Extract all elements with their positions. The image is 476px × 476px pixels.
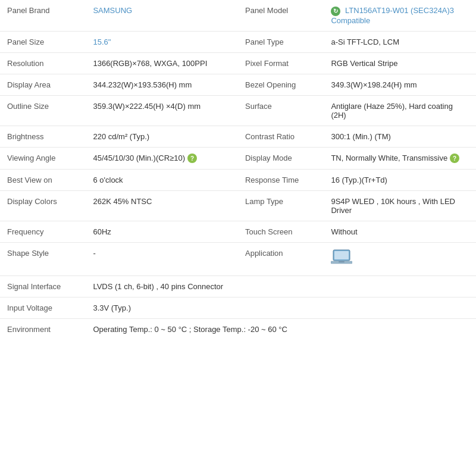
left-value-text: SAMSUNG bbox=[93, 6, 132, 15]
right-label: Panel Type bbox=[238, 31, 324, 52]
table-row: Shape Style-Application bbox=[0, 243, 476, 276]
table-row: Best View on6 o'clockResponse Time16 (Ty… bbox=[0, 170, 476, 191]
left-value: 45/45/10/30 (Min.)(CR≥10)? bbox=[86, 147, 238, 170]
table-row: Frequency60HzTouch ScreenWithout bbox=[0, 221, 476, 243]
left-value: 220 cd/m² (Typ.) bbox=[86, 126, 238, 147]
table-row: Resolution1366(RGB)×768, WXGA, 100PPIPix… bbox=[0, 52, 476, 74]
right-label: Pixel Format bbox=[238, 52, 324, 74]
left-value: 15.6" bbox=[86, 31, 238, 52]
right-value-text: 9S4P WLED , 10K hours , With LED Driver bbox=[331, 197, 455, 215]
right-value: 349.3(W)×198.24(H) mm bbox=[324, 74, 476, 95]
full-row-value: Operating Temp.: 0 ~ 50 °C ; Storage Tem… bbox=[86, 319, 476, 340]
left-label: Panel Size bbox=[0, 31, 86, 52]
right-value-text: Without bbox=[331, 227, 357, 236]
right-value-text: 16 (Typ.)(Tr+Td) bbox=[331, 176, 387, 184]
table-row: Panel Size15.6"Panel Typea-Si TFT-LCD, L… bbox=[0, 31, 476, 52]
left-value-text: 220 cd/m² (Typ.) bbox=[93, 132, 149, 141]
left-label: Brightness bbox=[0, 126, 86, 147]
left-value-text: 262K 45% NTSC bbox=[93, 197, 152, 206]
full-row-label: Input Voltage bbox=[0, 298, 86, 319]
left-value: 359.3(W)×222.45(H) ×4(D) mm bbox=[86, 95, 238, 126]
full-row-value: 3.3V (Typ.) bbox=[86, 298, 476, 319]
left-value-text: - bbox=[93, 249, 95, 258]
right-value-text: 300:1 (Min.) (TM) bbox=[331, 132, 390, 141]
help-icon[interactable]: ? bbox=[450, 154, 459, 163]
right-value: a-Si TFT-LCD, LCM bbox=[324, 31, 476, 52]
left-label: Best View on bbox=[0, 170, 86, 191]
full-table-row: Signal InterfaceLVDS (1 ch, 6-bit) , 40 … bbox=[0, 276, 476, 298]
table-row: Display Colors262K 45% NTSCLamp Type9S4P… bbox=[0, 191, 476, 221]
left-value: SAMSUNG bbox=[86, 0, 238, 31]
right-value-text: 349.3(W)×198.24(H) mm bbox=[331, 80, 416, 89]
left-value-text: 1366(RGB)×768, WXGA, 100PPI bbox=[93, 59, 207, 68]
right-label: Contrast Ratio bbox=[238, 126, 324, 147]
table-row: Viewing Angle45/45/10/30 (Min.)(CR≥10)?D… bbox=[0, 147, 476, 170]
right-value: 16 (Typ.)(Tr+Td) bbox=[324, 170, 476, 191]
right-value: Without bbox=[324, 221, 476, 243]
left-value: 6 o'clock bbox=[86, 170, 238, 191]
right-value: RGB Vertical Stripe bbox=[324, 52, 476, 74]
left-value: 1366(RGB)×768, WXGA, 100PPI bbox=[86, 52, 238, 74]
full-row-label: Signal Interface bbox=[0, 276, 86, 298]
table-row: Brightness220 cd/m² (Typ.)Contrast Ratio… bbox=[0, 126, 476, 147]
left-value: 60Hz bbox=[86, 221, 238, 243]
help-icon[interactable]: ? bbox=[187, 154, 197, 163]
right-label: Surface bbox=[238, 95, 324, 126]
right-label: Touch Screen bbox=[238, 221, 324, 243]
left-label: Viewing Angle bbox=[0, 147, 86, 170]
laptop-svg bbox=[331, 249, 352, 265]
left-value-text: 45/45/10/30 (Min.)(CR≥10) bbox=[93, 154, 185, 162]
left-label: Display Colors bbox=[0, 191, 86, 221]
svg-rect-1 bbox=[334, 251, 349, 259]
right-value-text: RGB Vertical Stripe bbox=[331, 59, 397, 68]
right-value bbox=[324, 243, 476, 276]
right-label: Response Time bbox=[238, 170, 324, 191]
compat-icon[interactable]: ↻ bbox=[331, 7, 340, 16]
left-label: Panel Brand bbox=[0, 0, 86, 31]
right-value: TN, Normally White, Transmissive? bbox=[324, 147, 476, 170]
full-table-row: EnvironmentOperating Temp.: 0 ~ 50 °C ; … bbox=[0, 319, 476, 340]
right-value: ↻ LTN156AT19-W01 (SEC324A)3 Compatible bbox=[324, 0, 476, 31]
right-value-text: Antiglare (Haze 25%), Hard coating (2H) bbox=[331, 102, 453, 120]
left-value-text: 359.3(W)×222.45(H) ×4(D) mm bbox=[93, 102, 201, 111]
left-label: Resolution bbox=[0, 52, 86, 74]
table-row: Panel BrandSAMSUNGPanel Model↻ LTN156AT1… bbox=[0, 0, 476, 31]
table-row: Display Area344.232(W)×193.536(H) mmBeze… bbox=[0, 74, 476, 95]
left-value: 262K 45% NTSC bbox=[86, 191, 238, 221]
left-label: Display Area bbox=[0, 74, 86, 95]
full-row-label: Environment bbox=[0, 319, 86, 340]
left-label: Frequency bbox=[0, 221, 86, 243]
right-value-text: TN, Normally White, Transmissive bbox=[331, 154, 447, 162]
left-value: 344.232(W)×193.536(H) mm bbox=[86, 74, 238, 95]
right-label: Panel Model bbox=[238, 0, 324, 31]
right-label: Application bbox=[238, 243, 324, 276]
left-label: Shape Style bbox=[0, 243, 86, 276]
right-label: Lamp Type bbox=[238, 191, 324, 221]
laptop-icon bbox=[331, 250, 352, 269]
full-table-row: Input Voltage3.3V (Typ.) bbox=[0, 298, 476, 319]
table-row: Outline Size359.3(W)×222.45(H) ×4(D) mmS… bbox=[0, 95, 476, 126]
left-value-text: 15.6" bbox=[93, 37, 111, 46]
right-label: Bezel Opening bbox=[238, 74, 324, 95]
right-value-text: LTN156AT19-W01 (SEC324A) bbox=[345, 6, 450, 15]
right-value: 300:1 (Min.) (TM) bbox=[324, 126, 476, 147]
right-value-text: a-Si TFT-LCD, LCM bbox=[331, 37, 399, 46]
full-row-value: LVDS (1 ch, 6-bit) , 40 pins Connector bbox=[86, 276, 476, 298]
left-value-text: 6 o'clock bbox=[93, 176, 123, 184]
left-value-text: 344.232(W)×193.536(H) mm bbox=[93, 80, 192, 89]
right-value: 9S4P WLED , 10K hours , With LED Driver bbox=[324, 191, 476, 221]
right-value: Antiglare (Haze 25%), Hard coating (2H) bbox=[324, 95, 476, 126]
right-label: Display Mode bbox=[238, 147, 324, 170]
left-value: - bbox=[86, 243, 238, 276]
svg-rect-3 bbox=[339, 261, 345, 262]
left-value-text: 60Hz bbox=[93, 227, 111, 236]
left-label: Outline Size bbox=[0, 95, 86, 126]
